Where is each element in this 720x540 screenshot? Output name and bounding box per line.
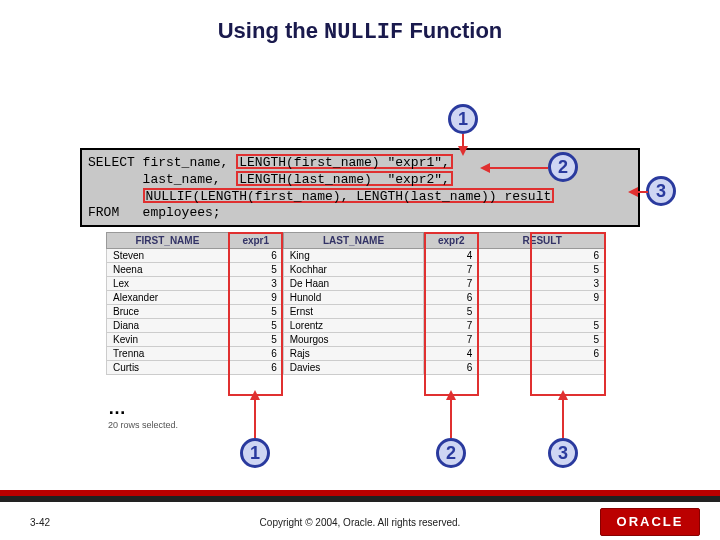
table-cell: De Haan bbox=[283, 277, 424, 291]
table-cell: 7 bbox=[424, 333, 479, 347]
table-cell: 5 bbox=[424, 305, 479, 319]
table-cell: Bruce bbox=[107, 305, 229, 319]
table-cell: 3 bbox=[479, 277, 606, 291]
arrow-bot-2-line bbox=[450, 398, 452, 438]
table-cell: 3 bbox=[228, 277, 283, 291]
arrow-bot-1-line bbox=[254, 398, 256, 438]
table-cell: 6 bbox=[424, 291, 479, 305]
table-cell: Mourgos bbox=[283, 333, 424, 347]
table-cell: 6 bbox=[479, 249, 606, 263]
sql-l2-pre: last_name, bbox=[88, 172, 236, 187]
table-cell bbox=[479, 361, 606, 375]
table-cell: 5 bbox=[228, 263, 283, 277]
table-cell: 5 bbox=[228, 333, 283, 347]
table-cell: 5 bbox=[479, 333, 606, 347]
result-table: FIRST_NAMEexpr1LAST_NAMEexpr2RESULT Stev… bbox=[106, 232, 606, 375]
arrow-top-3-head bbox=[628, 187, 638, 197]
table-cell: 4 bbox=[424, 347, 479, 361]
table-cell: 5 bbox=[479, 263, 606, 277]
sql-l3-pre bbox=[88, 189, 143, 204]
oracle-logo: ORACLE bbox=[600, 508, 700, 536]
table-cell: 6 bbox=[228, 347, 283, 361]
table-cell: Lex bbox=[107, 277, 229, 291]
table-cell: King bbox=[283, 249, 424, 263]
col-header: FIRST_NAME bbox=[107, 233, 229, 249]
table-cell: Alexander bbox=[107, 291, 229, 305]
sql-l1-pre: SELECT first_name, bbox=[88, 155, 236, 170]
table-cell: 7 bbox=[424, 277, 479, 291]
table-cell: Diana bbox=[107, 319, 229, 333]
table-row: Bruce5Ernst5 bbox=[107, 305, 606, 319]
callout-top-3: 3 bbox=[646, 176, 676, 206]
table-cell: 6 bbox=[479, 347, 606, 361]
title-text-post: Function bbox=[403, 18, 502, 43]
table-cell: Lorentz bbox=[283, 319, 424, 333]
arrow-top-1-head bbox=[458, 146, 468, 156]
title-code: NULLIF bbox=[324, 20, 403, 45]
callout-bottom-2: 2 bbox=[436, 438, 466, 468]
col-header: RESULT bbox=[479, 233, 606, 249]
table-cell: Rajs bbox=[283, 347, 424, 361]
sql-line-4: FROM employees; bbox=[88, 205, 632, 221]
table-cell: Trenna bbox=[107, 347, 229, 361]
callout-top-1: 1 bbox=[448, 104, 478, 134]
sql-highlight-2: LENGTH(last_name) "expr2", bbox=[236, 171, 453, 186]
table-row: Neena5Kochhar75 bbox=[107, 263, 606, 277]
table-cell: 5 bbox=[479, 319, 606, 333]
table-cell: Kevin bbox=[107, 333, 229, 347]
table-cell bbox=[479, 305, 606, 319]
table-cell: Ernst bbox=[283, 305, 424, 319]
arrow-top-2-line bbox=[488, 167, 548, 169]
table-cell: 6 bbox=[424, 361, 479, 375]
slide-title: Using the NULLIF Function bbox=[0, 18, 720, 45]
arrow-bot-2-head bbox=[446, 390, 456, 400]
sql-highlight-3: NULLIF(LENGTH(first_name), LENGTH(last_n… bbox=[143, 188, 555, 203]
table-row: Curtis6Davies6 bbox=[107, 361, 606, 375]
ellipsis: … bbox=[108, 398, 126, 419]
table-row: Trenna6Rajs46 bbox=[107, 347, 606, 361]
table-cell: Kochhar bbox=[283, 263, 424, 277]
col-header: LAST_NAME bbox=[283, 233, 424, 249]
table-cell: 4 bbox=[424, 249, 479, 263]
footer: 3-42 Copyright © 2004, Oracle. All right… bbox=[0, 502, 720, 540]
table-cell: 6 bbox=[228, 361, 283, 375]
table-row: Lex3De Haan73 bbox=[107, 277, 606, 291]
table-cell: 7 bbox=[424, 319, 479, 333]
sql-highlight-1: LENGTH(first_name) "expr1", bbox=[236, 154, 453, 169]
table-cell: 7 bbox=[424, 263, 479, 277]
table-cell: 5 bbox=[228, 319, 283, 333]
arrow-top-2-head bbox=[480, 163, 490, 173]
sql-line-3: NULLIF(LENGTH(first_name), LENGTH(last_n… bbox=[88, 188, 632, 205]
table-cell: Curtis bbox=[107, 361, 229, 375]
arrow-bot-1-head bbox=[250, 390, 260, 400]
table-cell: Hunold bbox=[283, 291, 424, 305]
callout-top-2: 2 bbox=[548, 152, 578, 182]
table-row: Diana5Lorentz75 bbox=[107, 319, 606, 333]
title-text-pre: Using the bbox=[218, 18, 324, 43]
table-cell: 5 bbox=[228, 305, 283, 319]
callout-bottom-1: 1 bbox=[240, 438, 270, 468]
table-cell: Davies bbox=[283, 361, 424, 375]
callout-bottom-3: 3 bbox=[548, 438, 578, 468]
table-cell: 9 bbox=[479, 291, 606, 305]
table-cell: 6 bbox=[228, 249, 283, 263]
arrow-bot-3-line bbox=[562, 398, 564, 438]
table-cell: 9 bbox=[228, 291, 283, 305]
table-cell: Neena bbox=[107, 263, 229, 277]
col-header: expr2 bbox=[424, 233, 479, 249]
rows-selected-text: 20 rows selected. bbox=[108, 420, 178, 430]
table-row: Steven6King46 bbox=[107, 249, 606, 263]
table-cell: Steven bbox=[107, 249, 229, 263]
table-row: Kevin5Mourgos75 bbox=[107, 333, 606, 347]
table-row: Alexander9Hunold69 bbox=[107, 291, 606, 305]
col-header: expr1 bbox=[228, 233, 283, 249]
arrow-bot-3-head bbox=[558, 390, 568, 400]
